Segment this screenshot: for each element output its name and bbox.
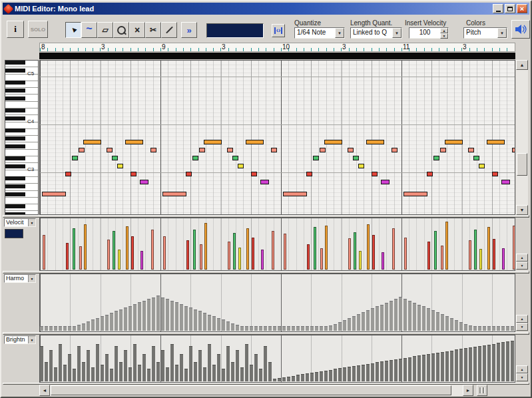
controller-bar[interactable] (334, 369, 337, 381)
midi-note[interactable] (260, 180, 269, 184)
controller-bar[interactable] (320, 371, 323, 381)
velocity-bar[interactable] (73, 228, 75, 270)
controller-bar[interactable] (403, 358, 407, 381)
controller-bar[interactable] (366, 364, 370, 381)
velocity-bar[interactable] (84, 224, 87, 270)
controller-bar[interactable] (408, 357, 411, 381)
midi-note[interactable] (381, 180, 390, 184)
acoustic-feedback-button[interactable] (511, 20, 530, 39)
midi-note[interactable] (238, 164, 244, 168)
controller-bar[interactable] (138, 365, 141, 381)
midi-note[interactable] (131, 172, 136, 176)
controller-bar[interactable] (63, 326, 67, 331)
velocity-bar[interactable] (434, 231, 437, 270)
piano-key-black[interactable] (5, 184, 25, 188)
controller-bar[interactable] (236, 350, 239, 381)
chevron-down-icon[interactable]: ▼ (497, 28, 507, 38)
controller-bar[interactable] (129, 306, 132, 331)
controller-bar[interactable] (231, 362, 234, 381)
controller-bar[interactable] (338, 322, 342, 331)
controller-bar[interactable] (54, 326, 57, 331)
velocity-bar[interactable] (325, 226, 328, 270)
controller-bar[interactable] (399, 359, 402, 381)
controller-bar[interactable] (59, 326, 62, 331)
midi-note[interactable] (107, 148, 113, 152)
horizontal-scrollbar[interactable]: ◄ ► (39, 385, 473, 396)
length-quant-select[interactable]: Linked to Q ▼ (350, 27, 402, 39)
spin-down-icon[interactable]: ▼ (516, 262, 528, 270)
controller-bar[interactable] (399, 297, 402, 331)
midi-note[interactable] (232, 156, 238, 160)
controller-bar[interactable] (380, 361, 384, 381)
controller-bar[interactable] (343, 320, 346, 331)
velocity-bar[interactable] (252, 238, 254, 270)
midi-note[interactable] (358, 164, 364, 168)
controller-bar[interactable] (180, 354, 183, 381)
controller-bar[interactable] (170, 301, 174, 331)
controller-bar[interactable] (161, 298, 164, 331)
scroll-left-button[interactable]: ◄ (39, 385, 50, 396)
spin-down-icon[interactable]: ▼ (516, 323, 528, 331)
brightness-lane-area[interactable] (39, 335, 515, 383)
controller-bar[interactable] (380, 305, 384, 331)
note-display-area[interactable] (39, 60, 515, 215)
controller-bar[interactable] (254, 326, 258, 331)
controller-bar[interactable] (166, 367, 169, 381)
timeline-ruler[interactable]: 8393103113 (39, 43, 515, 52)
velocity-bar[interactable] (131, 236, 134, 270)
controller-bar[interactable] (124, 350, 127, 381)
controller-bar[interactable] (124, 307, 127, 331)
controller-bar[interactable] (352, 316, 356, 331)
controller-bar[interactable] (212, 316, 216, 331)
controller-bar[interactable] (301, 326, 304, 331)
controller-bar[interactable] (189, 346, 192, 381)
midi-note[interactable] (403, 192, 427, 196)
midi-note[interactable] (79, 148, 85, 152)
controller-bar[interactable] (133, 304, 136, 331)
controller-bar[interactable] (142, 301, 146, 331)
line-tool-button[interactable] (161, 22, 177, 38)
vertical-scroll-thumb[interactable] (517, 153, 527, 176)
controller-bar[interactable] (59, 344, 62, 381)
controller-bar[interactable] (217, 354, 220, 381)
controller-bar[interactable] (478, 326, 481, 331)
controller-bar[interactable] (390, 360, 393, 381)
controller-bar[interactable] (301, 374, 304, 381)
controller-bar[interactable] (357, 365, 360, 381)
midi-note[interactable] (473, 156, 479, 160)
midi-note[interactable] (83, 140, 101, 144)
velocity-bar[interactable] (474, 230, 477, 270)
controller-select-harmonic[interactable]: Harmo ▼ (4, 274, 36, 283)
midi-note[interactable] (353, 156, 359, 160)
midi-note[interactable] (162, 192, 186, 196)
controller-bar[interactable] (184, 306, 188, 331)
controller-bar[interactable] (147, 299, 150, 331)
controller-bar[interactable] (96, 344, 99, 381)
piano-key-black[interactable] (5, 192, 25, 196)
controller-bar[interactable] (68, 354, 71, 381)
controller-bar[interactable] (492, 326, 495, 331)
controller-bar[interactable] (278, 326, 281, 331)
controller-bar[interactable] (436, 353, 439, 381)
midi-note[interactable] (440, 148, 446, 152)
midi-note[interactable] (72, 156, 78, 160)
velocity-bar[interactable] (441, 246, 443, 270)
controller-bar[interactable] (264, 326, 267, 331)
velocity-bar[interactable] (404, 238, 407, 270)
controller-bar[interactable] (119, 362, 123, 381)
controller-bar[interactable] (259, 326, 262, 331)
piano-key-black[interactable] (5, 61, 25, 65)
velocity-bar[interactable] (382, 252, 384, 270)
piano-key-black[interactable] (5, 108, 25, 112)
controller-bar[interactable] (306, 373, 309, 381)
controller-bar[interactable] (445, 351, 449, 381)
controller-bar[interactable] (101, 316, 104, 331)
controller-bar[interactable] (450, 351, 453, 381)
piano-key-black[interactable] (5, 116, 25, 120)
piano-key-black[interactable] (5, 89, 25, 93)
part-range-bar[interactable] (39, 53, 515, 59)
controller-bar[interactable] (324, 326, 328, 331)
controller-bar[interactable] (413, 303, 416, 331)
controller-bar[interactable] (49, 350, 53, 381)
controller-bar[interactable] (110, 313, 113, 331)
